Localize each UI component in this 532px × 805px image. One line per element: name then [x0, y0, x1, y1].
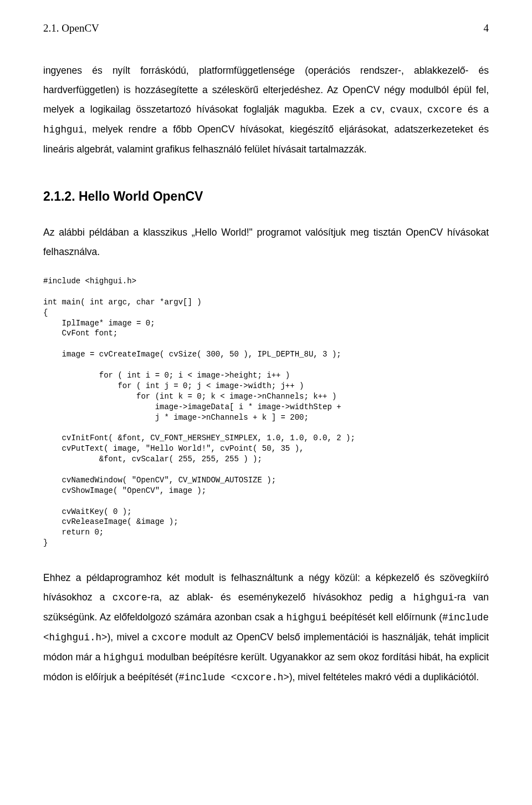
code-inline-cvaux: cvaux [390, 104, 420, 115]
section-label: 2.1. OpenCV [43, 22, 99, 34]
code-inline-highgui: highgui [43, 124, 84, 135]
code-inline-highgui: highgui [287, 612, 328, 623]
text: , melyek rendre a főbb OpenCV hívásokat,… [43, 124, 489, 155]
explanation-paragraph: Ehhez a példaprogramhoz két modult is fe… [43, 568, 489, 687]
code-inline-cv: cv [370, 104, 382, 115]
section-heading: 2.1.2. Hello World OpenCV [43, 189, 489, 204]
code-block: #include <highgui.h> int main( int argc,… [43, 276, 489, 548]
code-inline-cxcore: cxcore [112, 592, 147, 603]
intro-paragraph: ingyenes és nyílt forráskódú, platformfü… [43, 61, 489, 159]
code-inline-cxcore: cxcore [152, 632, 187, 643]
text: -ra, az ablak- és eseménykezelő hívásokh… [147, 592, 413, 603]
text: beépítését kell előírnunk ( [327, 612, 442, 623]
text: ), mivel a [108, 631, 152, 643]
page: 2.1. OpenCV 4 ingyenes és nyílt forráskó… [0, 0, 532, 805]
page-header: 2.1. OpenCV 4 [43, 22, 489, 34]
code-inline-cxcore: cxcore [427, 104, 462, 115]
code-inline-highgui: highgui [103, 652, 144, 663]
text: , [419, 104, 427, 115]
text: ), mivel feltételes makró védi a dupliká… [289, 671, 479, 682]
code-inline-include-cxcore: #include <cxcore.h> [178, 672, 289, 683]
page-number: 4 [484, 22, 489, 34]
example-intro-paragraph: Az alábbi példában a klasszikus „Hello W… [43, 223, 489, 262]
text: , [382, 104, 390, 115]
code-inline-highgui: highgui [413, 592, 454, 603]
text: és a [462, 104, 489, 115]
